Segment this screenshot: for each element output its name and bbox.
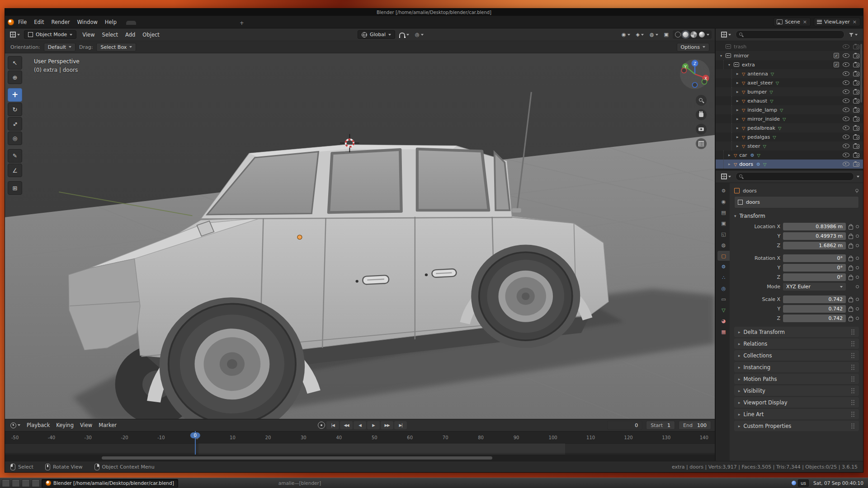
properties-tab[interactable]	[717, 327, 730, 337]
taskbar-quick-button[interactable]	[32, 479, 40, 487]
rotate-tool-button[interactable]	[8, 103, 22, 116]
disable-in-render-camera-icon[interactable]	[853, 63, 859, 67]
editor-type-button[interactable]	[8, 31, 22, 38]
properties-tab[interactable]	[717, 316, 730, 326]
gizmo-neg-z-axis[interactable]	[693, 83, 698, 88]
expand-caret-icon[interactable]	[720, 54, 726, 58]
outliner-editor-type-button[interactable]	[719, 31, 733, 38]
workspace-tab[interactable]	[136, 21, 146, 25]
shading-solid-button[interactable]	[683, 32, 689, 38]
shading-wireframe-button[interactable]	[675, 32, 681, 38]
hide-in-viewport-eye-icon[interactable]	[843, 117, 849, 121]
properties-tab[interactable]	[717, 197, 730, 206]
disable-in-render-camera-icon[interactable]	[853, 90, 859, 94]
viewport-menu-item[interactable]: Select	[99, 32, 122, 38]
properties-tab[interactable]	[717, 251, 730, 261]
playback-button[interactable]: ▶	[367, 421, 380, 429]
disable-in-render-camera-icon[interactable]	[853, 126, 859, 131]
lock-icon[interactable]	[849, 317, 853, 321]
disable-in-render-camera-icon[interactable]	[853, 117, 859, 122]
lock-icon[interactable]	[849, 244, 853, 249]
playback-button[interactable]: ▶|	[394, 421, 407, 429]
hide-in-viewport-eye-icon[interactable]	[843, 89, 849, 94]
animate-dot-icon[interactable]	[856, 244, 859, 247]
expand-caret-icon[interactable]	[736, 126, 742, 130]
hide-in-viewport-eye-icon[interactable]	[843, 162, 849, 166]
viewport-menu-item[interactable]: Add	[122, 32, 139, 38]
collection-checkbox[interactable]	[834, 62, 839, 67]
workspace-tab[interactable]	[156, 21, 166, 25]
taskbar-quick-button[interactable]	[22, 479, 30, 487]
zoom-button[interactable]	[696, 95, 707, 106]
hide-in-viewport-eye-icon[interactable]	[843, 53, 849, 58]
outliner-row[interactable]: trash	[716, 42, 863, 51]
lock-icon[interactable]	[849, 257, 853, 261]
collapsed-panel-header[interactable]: Motion Paths	[734, 374, 859, 384]
hide-in-viewport-eye-icon[interactable]	[843, 153, 849, 157]
animate-dot-icon[interactable]	[856, 285, 859, 288]
outliner-filter-button[interactable]	[847, 32, 859, 38]
3d-viewport[interactable]: User Perspective (0) extra | doors	[5, 53, 715, 419]
workspace-tab[interactable]	[146, 21, 156, 25]
collapsed-panel-header[interactable]: Line Art	[734, 409, 859, 419]
transform-panel-header[interactable]: Transform	[734, 211, 859, 221]
viewport-menu-item[interactable]: Object	[139, 32, 163, 38]
field-input[interactable]: 0°	[783, 254, 846, 262]
field-input[interactable]: 0.742	[783, 296, 846, 303]
current-frame-field[interactable]: 0	[607, 421, 642, 430]
disable-in-render-camera-icon[interactable]	[853, 108, 859, 113]
workspace-tab[interactable]	[216, 21, 226, 25]
animate-dot-icon[interactable]	[856, 298, 859, 301]
transform-tool-button[interactable]	[8, 131, 22, 145]
collapsed-panel-header[interactable]: Custom Properties	[734, 421, 859, 431]
viewlayer-selector[interactable]: ViewLayer ×	[814, 18, 860, 26]
field-input[interactable]: 1.6862 m	[783, 242, 846, 249]
select-box-tool-button[interactable]	[8, 56, 22, 70]
field-input[interactable]: 0.49973 m	[783, 232, 846, 240]
collapsed-panel-header[interactable]: Viewport Display	[734, 397, 859, 408]
animate-dot-icon[interactable]	[856, 225, 859, 228]
timeline-playhead[interactable]: 0	[195, 431, 196, 455]
collapsed-panel-header[interactable]: Instancing	[734, 362, 859, 372]
animate-dot-icon[interactable]	[856, 317, 859, 320]
lock-icon[interactable]	[849, 276, 853, 280]
outliner-row[interactable]: inside_lamp	[716, 105, 863, 114]
disable-in-render-camera-icon[interactable]	[853, 162, 859, 167]
orientation-setting-dropdown[interactable]: Default	[44, 43, 75, 52]
animate-dot-icon[interactable]	[856, 257, 859, 260]
shading-dropdown-caret[interactable]	[707, 34, 709, 36]
disable-in-render-camera-icon[interactable]	[853, 153, 859, 158]
timeline-menu-item[interactable]: View	[77, 422, 95, 428]
outliner-row[interactable]: car	[716, 150, 863, 160]
workspace-tab[interactable]	[186, 21, 196, 25]
workspace-tab[interactable]	[226, 21, 236, 25]
expand-caret-icon[interactable]	[736, 144, 742, 148]
outliner-row[interactable]: doors	[716, 160, 863, 169]
expand-caret-icon[interactable]	[728, 162, 734, 166]
disable-in-render-camera-icon[interactable]	[853, 72, 859, 76]
snap-toggle-button[interactable]	[397, 31, 411, 38]
outliner-row[interactable]: antenna	[716, 69, 863, 78]
outliner-row[interactable]: axel_steer	[716, 78, 863, 87]
shading-rendered-button[interactable]	[699, 32, 705, 38]
hide-in-viewport-eye-icon[interactable]	[843, 44, 849, 49]
topbar-menu-item[interactable]: Window	[73, 19, 101, 25]
expand-caret-icon[interactable]	[736, 117, 742, 121]
auto-keying-button[interactable]	[318, 422, 325, 429]
animate-dot-icon[interactable]	[856, 276, 859, 279]
field-input[interactable]: 0.742	[783, 305, 846, 313]
object-name-field[interactable]: doors	[734, 196, 859, 208]
properties-search-input[interactable]	[736, 172, 854, 181]
properties-tab[interactable]	[717, 272, 730, 282]
camera-view-button[interactable]	[696, 124, 707, 135]
lock-icon[interactable]	[849, 267, 853, 271]
hide-in-viewport-eye-icon[interactable]	[843, 71, 849, 76]
properties-tab[interactable]	[717, 262, 730, 272]
outliner-row[interactable]: steer	[716, 141, 863, 150]
window-titlebar[interactable]: Blender [/home/amalie/Desktop/blender/ca…	[5, 9, 863, 16]
outliner-row[interactable]: extra	[716, 60, 863, 69]
measure-tool-button[interactable]	[8, 164, 22, 177]
playback-button[interactable]: |◀	[326, 421, 339, 429]
cursor-tool-button[interactable]	[8, 70, 22, 84]
disable-in-render-camera-icon[interactable]	[853, 81, 859, 85]
